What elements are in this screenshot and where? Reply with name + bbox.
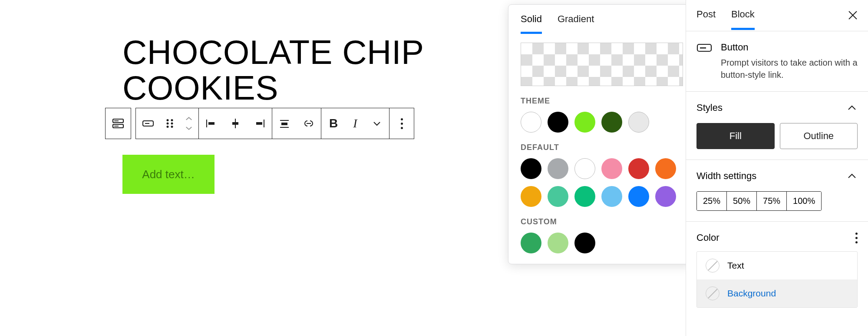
color-swatch[interactable] — [628, 112, 649, 133]
chevron-up-icon — [185, 116, 193, 121]
color-swatch[interactable] — [574, 112, 595, 133]
styles-panel-toggle[interactable]: Styles — [696, 102, 858, 113]
color-popover: Solid Gradient THEME DEFAULT CUSTOM — [508, 4, 696, 264]
move-down-button[interactable] — [179, 123, 198, 133]
color-swatch[interactable] — [521, 112, 541, 133]
parent-block-button[interactable] — [105, 108, 131, 139]
color-swatch[interactable] — [628, 158, 649, 179]
buttons-icon — [111, 116, 125, 130]
tab-post[interactable]: Post — [696, 1, 716, 30]
block-mover — [179, 114, 198, 133]
color-preview-transparent[interactable] — [521, 43, 683, 86]
color-text-label: Text — [727, 260, 744, 271]
styles-title: Styles — [696, 102, 723, 113]
button-icon — [696, 43, 712, 58]
close-icon — [846, 9, 859, 22]
justify-right-button[interactable] — [248, 108, 272, 139]
default-label: DEFAULT — [521, 143, 683, 152]
color-swatch[interactable] — [574, 186, 595, 207]
post-title[interactable]: CHOCOLATE CHIP COOKIES — [122, 35, 470, 106]
button-block-icon — [142, 117, 155, 130]
theme-label: THEME — [521, 96, 683, 106]
color-panel: Color Text Background — [686, 222, 868, 318]
color-panel-toggle[interactable]: Color — [696, 232, 858, 243]
width-button-group: 25%50%75%100% — [696, 191, 822, 211]
style-fill-button[interactable]: Fill — [696, 123, 775, 149]
justify-left-icon — [205, 117, 218, 130]
svg-point-6 — [167, 119, 169, 121]
custom-label: CUSTOM — [521, 217, 683, 226]
justify-right-icon — [253, 117, 266, 130]
align-icon — [278, 117, 291, 130]
button-block[interactable]: Add text… — [122, 155, 215, 194]
svg-rect-15 — [232, 122, 238, 125]
default-swatches-2 — [521, 186, 683, 207]
tab-block[interactable]: Block — [731, 1, 755, 30]
svg-point-8 — [167, 123, 169, 125]
svg-point-11 — [171, 126, 173, 128]
sidebar-tabs: Post Block — [686, 0, 868, 31]
color-popover-tabs: Solid Gradient — [508, 5, 695, 34]
drag-handle[interactable] — [160, 108, 179, 139]
link-button[interactable] — [297, 108, 321, 139]
styles-panel: Styles Fill Outline — [686, 92, 868, 160]
color-swatch[interactable] — [655, 186, 676, 207]
svg-point-10 — [167, 126, 169, 128]
color-swatch[interactable] — [574, 158, 595, 179]
chevron-down-icon — [185, 126, 193, 131]
svg-rect-5 — [145, 123, 149, 124]
color-swatch[interactable] — [601, 186, 622, 207]
move-up-button[interactable] — [179, 114, 198, 123]
color-swatch[interactable] — [548, 233, 568, 253]
color-swatch[interactable] — [548, 158, 568, 179]
width-option[interactable]: 25% — [697, 192, 727, 210]
color-swatch[interactable] — [521, 233, 541, 253]
color-swatch[interactable] — [601, 112, 622, 133]
chevron-up-icon — [846, 102, 858, 113]
svg-point-7 — [171, 119, 173, 121]
block-toolbar: B I — [105, 108, 414, 139]
block-info-section: Button Prompt visitors to take action wi… — [686, 31, 868, 92]
tab-gradient[interactable]: Gradient — [558, 13, 594, 34]
color-text-row[interactable]: Text — [697, 252, 857, 279]
width-option[interactable]: 50% — [727, 192, 757, 210]
color-swatch[interactable] — [548, 112, 568, 133]
color-swatch[interactable] — [574, 233, 595, 253]
color-swatch[interactable] — [521, 186, 541, 207]
tab-solid[interactable]: Solid — [521, 13, 542, 34]
kebab-icon — [401, 118, 403, 129]
color-swatch[interactable] — [628, 186, 649, 207]
close-sidebar-button[interactable] — [846, 9, 859, 23]
svg-rect-17 — [256, 122, 262, 125]
width-option[interactable]: 75% — [757, 192, 787, 210]
chevron-down-icon — [370, 117, 383, 130]
color-swatch[interactable] — [521, 158, 541, 179]
color-swatch[interactable] — [655, 158, 676, 179]
width-panel-toggle[interactable]: Width settings — [696, 170, 858, 182]
bold-icon: B — [329, 116, 338, 130]
block-type-button[interactable] — [136, 108, 160, 139]
svg-rect-19 — [281, 123, 287, 125]
italic-icon: I — [353, 116, 357, 130]
block-description: Prompt visitors to take action with a bu… — [721, 57, 858, 81]
color-background-label: Background — [727, 288, 776, 299]
block-options-button[interactable] — [389, 108, 414, 139]
default-swatches — [521, 158, 683, 179]
more-rich-text-button[interactable] — [365, 108, 389, 139]
width-option[interactable]: 100% — [787, 192, 821, 210]
style-outline-button[interactable]: Outline — [780, 123, 858, 149]
width-title: Width settings — [696, 170, 756, 182]
bold-button[interactable]: B — [321, 108, 346, 139]
justify-center-button[interactable] — [223, 108, 248, 139]
color-swatch[interactable] — [548, 186, 568, 207]
button-placeholder: Add text… — [142, 168, 195, 181]
color-swatch[interactable] — [601, 158, 622, 179]
color-background-row[interactable]: Background — [697, 279, 857, 307]
align-button[interactable] — [272, 108, 297, 139]
width-panel: Width settings 25%50%75%100% — [686, 160, 868, 222]
italic-button[interactable]: I — [346, 108, 365, 139]
justify-left-button[interactable] — [199, 108, 223, 139]
settings-sidebar: Post Block Button Prompt visitors to tak… — [686, 0, 868, 336]
block-name: Button — [721, 42, 858, 53]
chevron-up-icon — [846, 170, 858, 182]
